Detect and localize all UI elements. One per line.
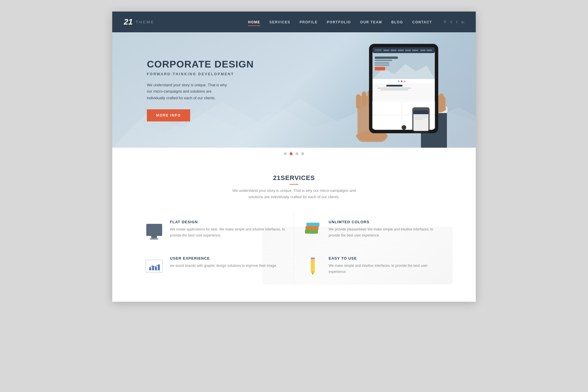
service-text-flat-design: FLAT DESIGN We create applications for w… <box>170 220 285 238</box>
svg-rect-26 <box>427 50 432 51</box>
more-info-button[interactable]: MORE INFO <box>147 109 190 121</box>
nav-item-home[interactable]: HOME <box>248 19 260 25</box>
svg-rect-52 <box>415 115 427 116</box>
pencil-icon <box>306 256 320 276</box>
nav-item-services[interactable]: SERVICES <box>269 19 290 25</box>
service-title-flat-design: FLAT DESIGN <box>170 220 285 224</box>
service-desc-ux: we assist brands with graphic design sol… <box>170 263 277 269</box>
pinterest-icon[interactable]: 𝓡 <box>443 20 446 24</box>
service-title-colors: UNLIMTED COLORS <box>329 220 444 224</box>
slider-dot-1[interactable] <box>284 152 287 155</box>
nav-item-blog[interactable]: BLOG <box>391 19 403 25</box>
svg-point-47 <box>402 125 406 130</box>
svg-rect-23 <box>405 50 411 51</box>
svg-rect-32 <box>375 63 389 64</box>
layers-icon <box>305 223 321 237</box>
service-desc-colors: We provide pleasantweb We make simple an… <box>329 226 444 238</box>
linkedin-icon[interactable]: in <box>461 20 464 24</box>
svg-rect-41 <box>378 88 411 89</box>
nav-link-blog[interactable]: BLOG <box>391 20 403 25</box>
service-text-colors: UNLIMTED COLORS We provide pleasantweb W… <box>329 220 444 238</box>
nav-link-home[interactable]: HOME <box>248 20 260 26</box>
nav-item-our-team[interactable]: OUR TEAM <box>360 19 382 25</box>
service-item-easy: EASY TO USE We make simple and intuitive… <box>294 248 453 284</box>
svg-rect-22 <box>398 50 404 51</box>
nav-item-portfolio[interactable]: PORTFOLIO <box>327 19 351 25</box>
slider-dot-2[interactable] <box>290 152 293 155</box>
svg-rect-24 <box>412 50 418 51</box>
svg-rect-5 <box>362 91 366 107</box>
svg-rect-35 <box>376 68 384 70</box>
nav-link-services[interactable]: SERVICES <box>269 20 290 25</box>
svg-rect-25 <box>420 50 426 51</box>
svg-rect-15 <box>439 93 443 104</box>
slider-dot-4[interactable] <box>301 152 304 155</box>
facebook-icon[interactable]: f <box>456 20 457 24</box>
svg-rect-30 <box>375 60 392 61</box>
chart-icon-wrap <box>144 256 164 276</box>
svg-point-37 <box>401 80 402 82</box>
svg-rect-54 <box>415 119 423 120</box>
svg-point-36 <box>398 80 400 82</box>
svg-rect-67 <box>311 258 315 259</box>
svg-rect-62 <box>158 265 160 270</box>
logo-text: THEME <box>136 20 155 24</box>
service-title-ux: USER EXPERIENCE <box>170 256 277 260</box>
svg-rect-44 <box>372 115 401 128</box>
navbar: 21 THEME HOME SERVICES PROFILE PORTFOLIO… <box>112 12 476 32</box>
service-desc-easy: We make simple and intuitive interfaces,… <box>329 263 444 275</box>
nav-link-our-team[interactable]: OUR TEAM <box>360 20 382 25</box>
nav-link-portfolio[interactable]: PORTFOLIO <box>327 20 351 25</box>
svg-rect-4 <box>356 94 361 109</box>
tablet-illustration <box>349 38 464 148</box>
logo-mark: 21 <box>124 17 133 27</box>
service-text-ux: USER EXPERIENCE we assist brands with gr… <box>170 256 277 269</box>
service-text-easy: EASY TO USE We make simple and intuitive… <box>329 256 444 275</box>
svg-rect-39 <box>372 83 435 100</box>
chart-icon <box>145 260 163 273</box>
hero-subtitle: FORWARD-THINKING DEVELOPMENT <box>147 72 276 76</box>
section-title-wrap: 21SERVICES We understand your story is u… <box>135 174 453 200</box>
hero-title: CORPORATE DESIGN <box>147 59 276 70</box>
svg-rect-29 <box>375 57 398 59</box>
services-grid: FLAT DESIGN We create applications for w… <box>135 212 453 284</box>
pencil-icon-wrap <box>303 256 323 276</box>
services-title: 21SERVICES <box>273 174 315 185</box>
svg-rect-53 <box>415 117 427 118</box>
nav-item-profile[interactable]: PROFILE <box>299 19 318 25</box>
monitor-icon-wrap <box>144 220 164 240</box>
svg-rect-21 <box>391 50 396 51</box>
logo[interactable]: 21 THEME <box>124 17 155 27</box>
nav-item-contact[interactable]: CONTACT <box>412 19 432 25</box>
nav-menu: HOME SERVICES PROFILE PORTFOLIO OUR TEAM… <box>248 19 432 25</box>
service-item-ux: USER EXPERIENCE we assist brands with gr… <box>135 248 294 284</box>
monitor-icon <box>146 224 162 236</box>
svg-rect-43 <box>372 102 401 115</box>
svg-rect-19 <box>375 49 382 51</box>
svg-rect-33 <box>375 65 389 66</box>
svg-rect-51 <box>413 110 428 114</box>
service-item-colors: UNLIMTED COLORS We provide pleasantweb W… <box>294 212 453 248</box>
nav-link-profile[interactable]: PROFILE <box>299 20 318 25</box>
social-links: 𝓡 𝕥 f in <box>443 20 464 24</box>
hero-content: CORPORATE DESIGN FORWARD-THINKING DEVELO… <box>112 59 276 121</box>
slider-dots <box>112 148 476 160</box>
slider-dot-3[interactable] <box>295 152 298 155</box>
svg-rect-31 <box>375 62 389 63</box>
tablet-mockup <box>349 38 458 142</box>
svg-rect-42 <box>381 89 408 90</box>
hero-section: CORPORATE DESIGN FORWARD-THINKING DEVELO… <box>112 32 476 148</box>
nav-link-contact[interactable]: CONTACT <box>412 20 432 25</box>
layer-bottom <box>305 230 318 234</box>
svg-rect-40 <box>386 85 402 87</box>
twitter-icon[interactable]: 𝕥 <box>450 20 452 24</box>
service-desc-flat-design: We create applications for web. We make … <box>170 226 285 238</box>
services-description: We understand your story is unique. That… <box>231 187 357 200</box>
svg-marker-65 <box>312 273 314 275</box>
layers-icon-wrap <box>303 220 323 240</box>
service-item-flat-design: FLAT DESIGN We create applications for w… <box>135 212 294 248</box>
services-section: 21SERVICES We understand your story is u… <box>112 160 476 302</box>
svg-rect-61 <box>155 267 157 270</box>
chart-svg <box>147 262 162 272</box>
svg-point-38 <box>404 80 405 82</box>
